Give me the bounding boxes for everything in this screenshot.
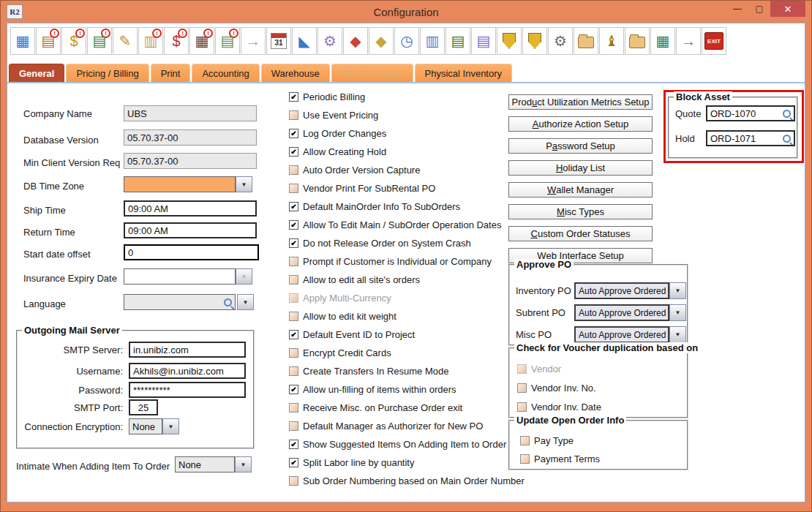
checkbox-prompt-if-customer-is-individual-or-company[interactable]: Prompt if Customer is Individual or Comp… — [289, 255, 492, 268]
tab-physical-inventory[interactable]: Physical Inventory — [415, 64, 513, 82]
checkbox-default-manager-as-authorizer-for-new-po[interactable]: Default Manager as Authorizer for New PO — [289, 419, 483, 432]
checkbox-box-icon[interactable] — [520, 436, 530, 445]
security-search-icon[interactable] — [497, 27, 522, 55]
receive-icon[interactable]: → — [241, 27, 266, 55]
exit-icon[interactable]: EXIT — [702, 27, 726, 55]
hold-field[interactable]: ORD-1071 — [706, 130, 795, 146]
subrent-po-dropdown-arrow[interactable]: ▼ — [669, 304, 686, 321]
security-user-icon[interactable] — [522, 27, 547, 55]
language-field[interactable] — [124, 294, 236, 310]
inventory-po-select[interactable]: Auto Approve Ordered — [574, 282, 669, 299]
shipping-icon[interactable]: ▤! — [36, 27, 61, 55]
misc-types-button[interactable]: Misc Types — [508, 204, 653, 219]
close-button[interactable]: ✕ — [770, 1, 805, 17]
settings-icon[interactable]: ⚙ — [317, 27, 342, 55]
holiday-list-button[interactable]: Holiday List — [508, 160, 653, 176]
misc-po-select[interactable]: Auto Approve Ordered — [574, 326, 669, 343]
ship-time-field[interactable]: 09:00 AM — [124, 200, 257, 217]
search-icon[interactable] — [224, 298, 232, 306]
cash-icon[interactable]: $! — [61, 27, 86, 55]
order-form-icon[interactable]: ▥! — [138, 27, 163, 55]
price-tag-icon[interactable]: ◆ — [369, 27, 394, 55]
tab-general[interactable]: General — [9, 64, 64, 82]
checkbox-log-order-changes[interactable]: ✔Log Order Changes — [289, 127, 386, 140]
checkbox-vendor-inv-date[interactable]: Vendor Inv. Date — [517, 400, 601, 413]
calculator-settings-icon[interactable]: ▦ — [650, 27, 675, 55]
return-time-field[interactable]: 09:00 AM — [124, 222, 257, 238]
checkbox-box-icon[interactable]: ✔ — [289, 147, 298, 157]
checkbox-box-icon[interactable] — [289, 421, 298, 431]
hold-search-icon[interactable] — [783, 135, 791, 143]
calendar-icon[interactable]: 31 — [266, 27, 291, 55]
checkbox-box-icon[interactable] — [517, 402, 527, 412]
checkbox-payment-terms[interactable]: Payment Terms — [520, 452, 600, 465]
minimize-button[interactable]: — — [726, 1, 748, 17]
username-field[interactable]: Akhils@in.unibiz.com — [129, 363, 246, 379]
intimate-field[interactable]: None — [175, 456, 235, 473]
custom-order-statuses-button[interactable]: Custom Order Statuses — [508, 226, 653, 241]
checkbox-box-icon[interactable] — [289, 184, 298, 193]
checkbox-box-icon[interactable]: ✔ — [289, 92, 298, 102]
invoice-icon[interactable]: ▤! — [87, 27, 112, 55]
checkbox-vendor-inv-no[interactable]: Vendor Inv. No. — [517, 381, 596, 394]
checkbox-box-icon[interactable] — [517, 383, 527, 393]
tab-print[interactable]: Print — [151, 64, 191, 82]
tab-pricing-billing[interactable]: Pricing / Billing — [66, 64, 149, 82]
smtp-server-field[interactable]: in.unibiz.com — [129, 342, 246, 358]
quote-search-icon[interactable] — [783, 110, 791, 118]
checkbox-default-event-id-to-project[interactable]: ✔Default Event ID to Project — [289, 328, 415, 341]
quote-field[interactable]: ORD-1070 — [706, 105, 795, 121]
checkbox-box-icon[interactable] — [289, 275, 298, 285]
maximize-button[interactable]: ▢ — [748, 1, 770, 17]
document-share-icon[interactable]: ▤ — [471, 27, 496, 55]
time-tag-icon[interactable]: ◷ — [394, 27, 419, 55]
payment-icon[interactable]: $! — [164, 27, 189, 55]
checkbox-box-icon[interactable]: ✔ — [289, 238, 298, 248]
insurance-expiry-field[interactable] — [124, 268, 236, 285]
smtp-port-field[interactable]: 25 — [129, 399, 158, 415]
connection-encryption-dropdown-arrow[interactable]: ▼ — [162, 418, 179, 434]
checkbox-allow-to-edit-kit-weight[interactable]: Allow to edit kit weight — [289, 309, 396, 323]
password-field[interactable]: ********** — [129, 382, 246, 398]
checkbox-box-icon[interactable] — [289, 366, 298, 376]
connection-encryption-field[interactable]: None — [129, 418, 162, 434]
checkbox-auto-order-version-capture[interactable]: Auto Order Version Capture — [289, 163, 420, 176]
language-dropdown-arrow[interactable]: ▼ — [237, 294, 254, 310]
checkbox-box-icon[interactable] — [289, 110, 298, 120]
checkbox-box-icon[interactable] — [289, 165, 298, 175]
checkbox-allow-un-filling-of-items-within-orders[interactable]: ✔Allow un-filling of items within orders — [289, 383, 456, 396]
checkbox-box-icon[interactable]: ✔ — [289, 385, 298, 394]
tab-warehouse[interactable]: Warehouse — [261, 64, 330, 82]
checkbox-do-not-release-order-on-system-crash[interactable]: ✔Do not Release Order on System Crash — [289, 236, 471, 249]
misc-po-dropdown-arrow[interactable]: ▼ — [669, 326, 686, 343]
checkbox-box-icon[interactable] — [289, 257, 298, 266]
checkbox-box-icon[interactable] — [520, 454, 530, 464]
checkbox-receive-misc-on-purchase-order-exit[interactable]: Receive Misc. on Purchase Order exit — [289, 401, 462, 414]
checkbox-box-icon[interactable] — [289, 403, 298, 413]
checkbox-box-icon[interactable]: ✔ — [289, 129, 298, 138]
product-utilization-metrics-setup-button[interactable]: Product Utilization Metrics Setup — [508, 94, 653, 110]
checkbox-box-icon[interactable]: ✔ — [289, 220, 298, 230]
checkbox-split-labor-line-by-quantity[interactable]: ✔Split Labor line by quantity — [289, 456, 414, 469]
start-date-offset-field[interactable]: 0 — [124, 244, 259, 260]
checkbox-use-event-pricing[interactable]: Use Event Pricing — [289, 108, 378, 121]
checkbox-create-transfers-in-resume-mode[interactable]: Create Transfers In Resume Mode — [289, 364, 448, 377]
checkbox-allow-to-edit-main-suborder-operation-dates[interactable]: ✔Allow To Edit Main / SubOrder Operation… — [289, 218, 501, 231]
checkbox-show-suggested-items-on-adding-item-to-order[interactable]: ✔Show Suggested Items On Adding Item to … — [289, 437, 506, 451]
awards-icon[interactable]: ♝ — [599, 27, 624, 55]
inventory-po-dropdown-arrow[interactable]: ▼ — [669, 282, 686, 299]
assets-icon[interactable]: ◆ — [343, 27, 368, 55]
checkbox-encrypt-credit-cards[interactable]: Encrypt Credit Cards — [289, 346, 391, 359]
db-time-zone-dropdown-arrow[interactable]: ▼ — [236, 176, 252, 192]
secure-folder-icon[interactable] — [574, 27, 598, 55]
checkbox-box-icon[interactable] — [289, 312, 298, 321]
report-icon[interactable]: ▤! — [215, 27, 240, 55]
checkbox-box-icon[interactable]: ✔ — [289, 458, 298, 467]
subrent-po-select[interactable]: Auto Approve Ordered — [574, 304, 669, 321]
checkbox-default-mainorder-info-to-suborders[interactable]: ✔Default MainOrder Info To SubOrders — [289, 200, 460, 213]
folder-settings-icon[interactable] — [625, 27, 650, 55]
checkbox-box-icon[interactable] — [289, 476, 298, 486]
design-icon[interactable]: ◣ — [292, 27, 317, 55]
document-export-icon[interactable]: → — [676, 27, 701, 55]
schedule-icon[interactable]: ▦! — [189, 27, 214, 55]
